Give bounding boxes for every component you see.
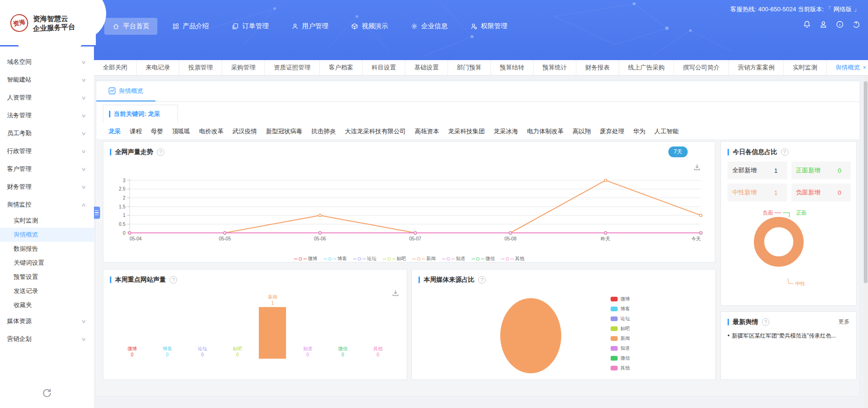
- sidebar-subitem[interactable]: 预警设置: [0, 270, 94, 284]
- keyword-item[interactable]: 人工智能: [654, 127, 679, 136]
- legend-item[interactable]: 新闻: [412, 255, 436, 262]
- nav-item-2[interactable]: 产品介绍: [164, 18, 217, 35]
- open-tab[interactable]: 实时监测: [784, 60, 827, 75]
- open-tab[interactable]: 来电记录: [137, 60, 179, 75]
- help-icon[interactable]: ?: [478, 276, 486, 284]
- legend-item[interactable]: 其他: [501, 255, 525, 262]
- more-link[interactable]: 更多: [838, 318, 850, 326]
- open-tab[interactable]: 全部关闭: [94, 60, 137, 75]
- keyword-item[interactable]: 电价改革: [199, 127, 224, 136]
- legend-item[interactable]: 新闻: [611, 335, 630, 342]
- open-tab[interactable]: 部门预算: [448, 60, 491, 75]
- sidebar-subitem[interactable]: 关键词设置: [0, 256, 94, 270]
- help-icon[interactable]: ?: [170, 276, 177, 284]
- nav-item-7[interactable]: 权限管理: [462, 18, 515, 35]
- keyword-item[interactable]: 顶呱呱: [172, 127, 190, 136]
- legend-item[interactable]: 贴吧: [611, 325, 630, 332]
- close-icon[interactable]: ×: [863, 64, 866, 71]
- keyword-item[interactable]: 龙采科技集团: [448, 127, 485, 136]
- keyword-item[interactable]: 电力体制改革: [527, 127, 564, 136]
- sidebar-item-4[interactable]: 法务管理∨: [0, 107, 94, 124]
- keyword-item[interactable]: 抗击肺炎: [311, 127, 336, 136]
- nav-item-label: 平台首页: [123, 22, 149, 31]
- legend-item[interactable]: 知道: [442, 255, 465, 262]
- keyword-item[interactable]: 高以翔: [573, 127, 591, 136]
- info-icon[interactable]: [836, 20, 844, 29]
- news-item[interactable]: •新疆军区某红军团“爱兵模范连”传承红色...: [728, 332, 851, 340]
- keyword-item[interactable]: 废弃处理: [600, 127, 624, 136]
- open-tab[interactable]: 客户档案: [320, 60, 363, 75]
- open-tab[interactable]: 财务报表: [576, 60, 619, 75]
- legend-item[interactable]: 贴吧: [383, 255, 406, 262]
- open-tab[interactable]: 投票管理: [179, 60, 222, 75]
- help-icon[interactable]: ?: [157, 148, 164, 156]
- legend-item[interactable]: 论坛: [353, 255, 377, 262]
- sidebar-item-2[interactable]: 智能建站∨: [0, 71, 94, 89]
- open-tab[interactable]: 线上广告采购: [619, 60, 674, 75]
- sidebar-item-5[interactable]: 员工考勤∨: [0, 124, 94, 142]
- svg-text:05-05: 05-05: [219, 236, 231, 241]
- sidebar-item-7[interactable]: 客户管理∨: [0, 160, 94, 178]
- bell-icon[interactable]: [803, 20, 811, 29]
- sidebar-subitem[interactable]: 数据报告: [0, 242, 94, 256]
- legend-item[interactable]: 知道: [611, 345, 630, 352]
- sidebar-item-11[interactable]: 营销企划∨: [0, 330, 94, 348]
- open-tab[interactable]: 营销方案案例: [729, 60, 784, 75]
- bar-value: 0: [306, 352, 309, 357]
- nav-item-3[interactable]: 订单管理: [224, 18, 277, 35]
- scrollbar-thumb[interactable]: [864, 81, 868, 283]
- keyword-item[interactable]: 龙采冰海: [494, 127, 518, 136]
- bar[interactable]: [259, 307, 286, 359]
- sidebar-subitem[interactable]: 收藏夹: [0, 298, 94, 312]
- legend-item[interactable]: 博客: [324, 255, 347, 262]
- open-tab[interactable]: 预算结转: [491, 60, 534, 75]
- sidebar-item-3[interactable]: 人资管理∨: [0, 89, 94, 107]
- refresh-icon[interactable]: [40, 386, 54, 400]
- tab-yuqing-overview[interactable]: 舆情概览: [96, 81, 155, 101]
- nav-item-4[interactable]: 用户管理: [283, 18, 336, 35]
- open-tab[interactable]: 预算统计: [534, 60, 576, 75]
- open-tab[interactable]: 基础设置: [405, 60, 448, 75]
- open-tab[interactable]: 撰写公司简介: [674, 60, 729, 75]
- nav-item-1[interactable]: 平台首页: [104, 18, 157, 35]
- sidebar-item-8[interactable]: 财务管理∨: [0, 178, 94, 196]
- keyword-item[interactable]: 龙采: [108, 127, 121, 136]
- keyword-item[interactable]: 武汉疫情: [232, 127, 257, 136]
- sidebar-item-9[interactable]: 舆情监控∧: [0, 196, 94, 214]
- vertical-scrollbar[interactable]: [863, 76, 868, 408]
- sidebar-subitem[interactable]: 实时监测: [0, 214, 94, 228]
- legend-item[interactable]: 博客: [611, 306, 630, 312]
- sidebar-item-10[interactable]: 媒体资源∨: [0, 312, 94, 330]
- help-icon[interactable]: ?: [762, 318, 769, 326]
- nav-item-5[interactable]: 视频演示: [343, 18, 396, 35]
- keyword-item[interactable]: 高瓴资本: [415, 127, 439, 136]
- sidebar-subitem[interactable]: 发送记录: [0, 284, 94, 298]
- open-tab[interactable]: 科目设置: [363, 60, 405, 75]
- legend-item[interactable]: 微博: [611, 296, 630, 302]
- open-tab-label: 全部关闭: [103, 64, 127, 71]
- open-tab[interactable]: 采购管理: [222, 60, 265, 75]
- power-icon[interactable]: [852, 20, 860, 29]
- sidebar-subitem[interactable]: 舆情概览: [0, 228, 94, 242]
- range-7d-badge[interactable]: 7天: [668, 146, 688, 157]
- keyword-item[interactable]: 母婴: [151, 127, 163, 136]
- legend-item[interactable]: 微博: [294, 255, 318, 262]
- open-tab[interactable]: 舆情概览×: [827, 60, 868, 75]
- legend-item[interactable]: 微信: [472, 255, 495, 262]
- keyword-item[interactable]: 大连龙采科技有限公司: [345, 127, 406, 136]
- legend-item[interactable]: 微信: [611, 355, 630, 362]
- keyword-item[interactable]: 课程: [130, 127, 142, 136]
- current-keyword-tab[interactable]: 当前关键词: 龙采: [103, 105, 178, 123]
- download-icon[interactable]: [693, 163, 701, 171]
- nav-item-6[interactable]: 企业信息: [403, 18, 456, 35]
- sidebar-collapse-handle[interactable]: [94, 207, 100, 219]
- bar-value: 0: [236, 352, 239, 357]
- legend-line: [412, 259, 416, 259]
- keyword-item[interactable]: 新型冠状病毒: [266, 127, 302, 136]
- open-tab[interactable]: 资质证照管理: [265, 60, 320, 75]
- legend-item[interactable]: 其他: [611, 365, 630, 371]
- user-icon[interactable]: [819, 20, 828, 29]
- sidebar-item-6[interactable]: 行政管理∨: [0, 142, 94, 160]
- legend-item[interactable]: 论坛: [611, 316, 630, 322]
- keyword-item[interactable]: 华为: [633, 127, 645, 136]
